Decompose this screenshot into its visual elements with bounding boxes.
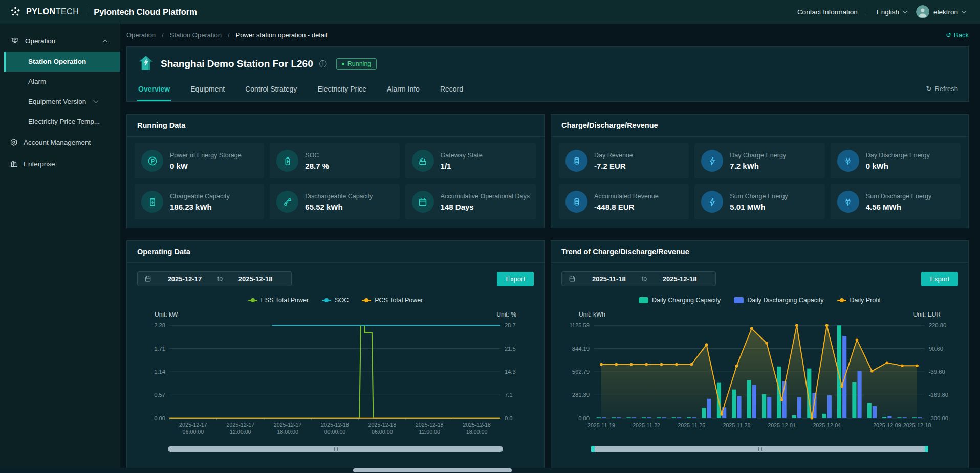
sidebar-item-label: Station Operation	[28, 58, 86, 65]
legend-item-ess-total-power[interactable]: ESS Total Power	[248, 297, 309, 304]
svg-text:2025-12-1806:00:00: 2025-12-1806:00:00	[368, 422, 396, 435]
sidebar-item-station-operation[interactable]: Station Operation	[4, 52, 120, 72]
data-zoom-slider[interactable]	[592, 446, 927, 452]
unit-left-label: Unit: kW	[155, 311, 178, 318]
stat-label: Gateway State	[441, 152, 483, 159]
svg-text:2025-12-1818:00:00: 2025-12-1818:00:00	[463, 422, 491, 435]
tab-electricity-price[interactable]: Electricity Price	[316, 80, 367, 101]
stat-label: Day Revenue	[594, 152, 633, 159]
stat-card-soc: SOC28.7 %	[270, 143, 399, 178]
unit-right-label: Unit: EUR	[913, 311, 941, 318]
legend-item-pcs-total-power[interactable]: PCS Total Power	[362, 297, 423, 304]
stat-value: 148 Days	[441, 202, 530, 211]
chart-legend: ESS Total PowerSOCPCS Total Power	[137, 297, 534, 304]
breadcrumb-item-station-operation[interactable]: Station Operation	[170, 31, 222, 39]
trend-chart[interactable]: 0.00-300.00281.39-169.80562.79-39.60844.…	[561, 319, 958, 445]
trend-panel: Trend of Charge/Discharge/Revenue 2025-1…	[551, 240, 969, 473]
top-header: PYLONTECH Pylontech Cloud Platform Conta…	[0, 0, 980, 24]
date-from[interactable]: 2025-11-18	[579, 275, 639, 283]
data-zoom-slider[interactable]	[168, 446, 503, 452]
panel-title: Charge/Discharge/Revenue	[551, 115, 968, 137]
station-icon	[137, 54, 155, 74]
breadcrumb-item-power-station-operation-detail: Power station operation - detail	[236, 31, 328, 39]
legend-item-daily-discharging-capacity[interactable]: Daily Discharging Capacity	[734, 297, 823, 304]
svg-text:14.3: 14.3	[505, 369, 516, 375]
date-to-label: to	[642, 275, 647, 282]
soc-battery-icon	[276, 150, 298, 172]
stat-label: Day Charge Energy	[730, 152, 786, 159]
charge-discharge-revenue-panel: Charge/Discharge/Revenue Day Revenue-7.2…	[551, 114, 969, 228]
sidebar-item-account-management[interactable]: Account Management	[0, 131, 120, 153]
operating-data-panel: Operating Data 2025-12-17 to 2025-12-18 …	[126, 240, 545, 473]
breadcrumb-item-operation[interactable]: Operation	[126, 31, 156, 39]
contact-information-link[interactable]: Contact Information	[797, 8, 858, 16]
brand: PYLONTECH Pylontech Cloud Platform	[9, 6, 197, 18]
sidebar: Operation Station OperationAlarmEquipmen…	[0, 24, 120, 473]
sidebar-group-operation[interactable]: Operation	[0, 30, 120, 52]
svg-text:21.5: 21.5	[505, 346, 516, 352]
tab-control-strategy[interactable]: Control Strategy	[244, 80, 298, 101]
account-icon	[9, 138, 18, 147]
date-from[interactable]: 2025-12-17	[155, 275, 214, 283]
svg-text:-169.80: -169.80	[929, 392, 948, 398]
chevron-down-icon	[903, 8, 908, 13]
svg-text:0.0: 0.0	[505, 415, 513, 421]
info-icon[interactable]: ⓘ	[319, 59, 327, 69]
breadcrumb-separator: /	[228, 31, 230, 39]
stat-label: Chargeable Capacity	[170, 193, 230, 200]
refresh-icon: ↻	[926, 85, 932, 93]
sidebar-item-enterprise[interactable]: Enterprise	[0, 153, 120, 174]
sidebar-item-equipment-version[interactable]: Equipment Version	[0, 92, 120, 111]
svg-text:2.28: 2.28	[154, 322, 165, 328]
stat-card-accumulated-revenue: Accumulated Revenue-448.8 EUR	[559, 184, 689, 219]
avatar	[916, 5, 929, 18]
tab-equipment[interactable]: Equipment	[189, 80, 226, 101]
legend-swatch	[734, 297, 744, 303]
slider-grip[interactable]	[336, 447, 336, 451]
horizontal-scrollbar[interactable]	[0, 468, 980, 473]
chargeable-capacity-icon	[141, 191, 163, 213]
legend-item-daily-charging-capacity[interactable]: Daily Charging Capacity	[639, 297, 721, 304]
scrollbar-thumb[interactable]	[353, 468, 512, 472]
date-to[interactable]: 2025-12-18	[226, 275, 285, 283]
sidebar-item-electricity-price-temp[interactable]: Electricity Price Temp...	[0, 111, 120, 131]
stat-value: 28.7 %	[305, 162, 329, 170]
refresh-button[interactable]: ↻Refresh	[926, 85, 958, 97]
sidebar-item-alarm[interactable]: Alarm	[0, 72, 120, 92]
svg-text:2025-11-22: 2025-11-22	[633, 422, 660, 429]
date-range-picker[interactable]: 2025-12-17 to 2025-12-18	[137, 271, 292, 286]
stat-card-day-charge-energy: Day Charge Energy7.2 kWh	[694, 143, 824, 178]
date-to[interactable]: 2025-12-18	[650, 275, 709, 283]
export-button[interactable]: Export	[497, 272, 534, 286]
user-menu[interactable]: elektron	[916, 5, 966, 18]
sidebar-item-label: Equipment Version	[28, 98, 86, 105]
tab-record[interactable]: Record	[439, 80, 464, 101]
legend-label: Daily Discharging Capacity	[747, 297, 823, 304]
back-button[interactable]: ↺Back	[946, 31, 969, 39]
date-range-picker[interactable]: 2025-11-18 to 2025-12-18	[561, 271, 716, 286]
legend-item-daily-profit[interactable]: Daily Profit	[837, 297, 881, 304]
svg-text:2025-12-18: 2025-12-18	[903, 422, 931, 429]
tab-overview[interactable]: Overview	[137, 80, 171, 101]
slider-grip[interactable]	[760, 447, 760, 451]
legend-label: SOC	[335, 297, 349, 304]
username: elektron	[933, 8, 958, 16]
svg-text:90.60: 90.60	[929, 346, 943, 352]
enterprise-icon	[9, 159, 18, 168]
legend-label: PCS Total Power	[375, 297, 423, 304]
stat-label: Accumulated Revenue	[594, 193, 659, 200]
tab-alarm-info[interactable]: Alarm Info	[386, 80, 421, 101]
legend-item-soc[interactable]: SOC	[322, 297, 349, 304]
stat-value: -7.2 EUR	[594, 162, 633, 170]
svg-text:220.80: 220.80	[929, 322, 946, 328]
stat-card-dischargeable-capacity: Dischargeable Capacity65.52 kWh	[270, 184, 399, 219]
date-to-label: to	[217, 275, 223, 282]
operating-data-chart[interactable]: 0.000.00.577.11.1414.31.7121.52.2828.720…	[137, 319, 534, 445]
language-selector[interactable]: English	[877, 8, 907, 16]
svg-text:2025-12-1712:00:00: 2025-12-1712:00:00	[226, 422, 254, 435]
stat-card-gateway-state: Gateway State1/1	[405, 143, 536, 178]
coins-icon	[565, 150, 587, 172]
export-button[interactable]: Export	[921, 272, 958, 286]
app-title: Pylontech Cloud Platform	[94, 7, 197, 17]
plug-icon	[837, 150, 859, 172]
